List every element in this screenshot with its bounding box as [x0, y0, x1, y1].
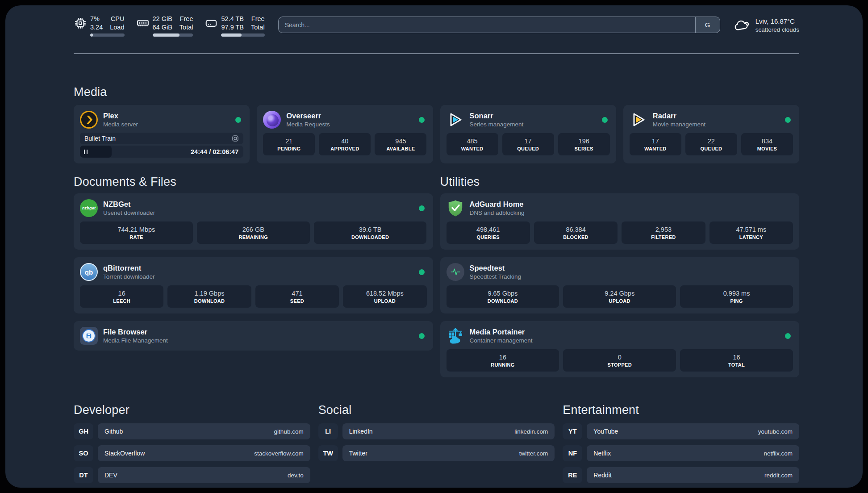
status-dot	[235, 117, 241, 123]
stat-box: 485WANTED	[447, 133, 498, 155]
cpu-usage-value: 7%	[90, 15, 103, 23]
qbittorrent-icon: qb	[80, 263, 98, 281]
service-subtitle: Movie management	[653, 121, 780, 128]
stat-box: 39.6 TBDOWNLOADED	[314, 221, 427, 244]
bookmark-url: twitter.com	[519, 450, 548, 457]
stat-box: 16TOTAL	[680, 349, 793, 372]
service-card-portainer[interactable]: Media Portainer Container management 16R…	[440, 321, 800, 377]
bookmark-row-reddit[interactable]: RE Redditreddit.com	[563, 467, 799, 483]
stat-box: 17WANTED	[630, 133, 681, 155]
stat-box: 471SEED	[255, 285, 339, 308]
portainer-icon	[447, 327, 464, 345]
search-provider-button[interactable]: G	[695, 17, 720, 33]
playback-progress-fill	[80, 146, 112, 158]
service-subtitle: Media Requests	[286, 121, 413, 128]
search-bar: G	[278, 17, 720, 33]
plex-icon	[80, 111, 98, 129]
header-divider	[74, 53, 799, 54]
status-dot	[602, 117, 608, 123]
bookmark-row-github[interactable]: GH Githubgithub.com	[74, 423, 310, 439]
radarr-icon	[630, 111, 647, 129]
stat-box: 498,461QUERIES	[447, 221, 530, 244]
service-card-speedtest[interactable]: Speedtest Speedtest Tracking 9.65 GbpsDO…	[440, 257, 800, 313]
bookmark-name: Github	[104, 428, 123, 435]
stat-box: 86,384BLOCKED	[534, 221, 618, 244]
memory-icon	[136, 17, 150, 30]
media-type-icon	[232, 135, 239, 142]
service-card-filebrowser[interactable]: File Browser Media File Management	[74, 321, 433, 351]
bookmark-abbr: YT	[563, 423, 582, 439]
resource-values: 7% 3.24	[90, 15, 103, 32]
stat-box: 17QUEUED	[502, 133, 554, 155]
bookmark-name: LinkedIn	[349, 428, 373, 435]
service-title: File Browser	[103, 328, 413, 337]
stat-box: 40APPROVED	[319, 133, 371, 155]
service-card-overseerr[interactable]: Overseerr Media Requests 21PENDING 40APP…	[257, 105, 433, 163]
stat-box: 0STOPPED	[563, 349, 676, 372]
service-title: Overseerr	[286, 112, 413, 121]
weather-condition: scattered clouds	[755, 26, 799, 33]
bookmark-abbr: NF	[563, 445, 582, 461]
service-subtitle: Series management	[470, 121, 597, 128]
resource-widget-memory: 22 GiB 64 GiB Free Total	[136, 15, 193, 37]
bookmark-row-linkedin[interactable]: LI LinkedInlinkedin.com	[318, 423, 555, 439]
service-subtitle: Media server	[103, 121, 230, 128]
stat-box: 9.24 GbpsUPLOAD	[563, 285, 676, 308]
disk-total-label: Total	[251, 23, 265, 32]
bookmark-row-dev[interactable]: DT DEVdev.to	[74, 467, 310, 483]
bookmark-row-stackoverflow[interactable]: SO StackOverflowstackoverflow.com	[74, 445, 310, 461]
bookmark-abbr: RE	[563, 467, 582, 483]
resource-values: 22 GiB 64 GiB	[153, 15, 172, 32]
stat-box: 22QUEUED	[685, 133, 737, 155]
resource-widget-cpu: 7% 3.24 CPU Load	[74, 15, 125, 37]
disk-progress-bar	[221, 33, 264, 37]
bookmark-name: StackOverflow	[104, 450, 145, 457]
service-card-qbittorrent[interactable]: qb qBittorrent Torrent downloader 16LEEC…	[74, 257, 433, 313]
disk-free-label: Free	[251, 15, 265, 23]
bookmark-row-youtube[interactable]: YT YouTubeyoutube.com	[563, 423, 799, 439]
cpu-load-value: 3.24	[90, 23, 103, 32]
bookmark-name: YouTube	[593, 428, 618, 435]
stat-box: 21PENDING	[263, 133, 315, 155]
speedtest-icon	[447, 263, 464, 281]
bookmark-url: reddit.com	[764, 472, 793, 479]
status-dot	[785, 117, 791, 123]
service-subtitle: Speedtest Tracking	[470, 273, 793, 280]
adguard-icon	[447, 199, 464, 217]
weather-widget: Lviv, 16.87°C scattered clouds	[733, 16, 799, 34]
stat-box: 834MOVIES	[741, 133, 793, 155]
service-card-radarr[interactable]: Radarr Movie management 17WANTED 22QUEUE…	[623, 105, 799, 163]
service-card-plex[interactable]: Plex Media server Bullet Train 24:44 / 0…	[74, 105, 250, 163]
bookmark-row-netflix[interactable]: NF Netflixnetflix.com	[563, 445, 799, 461]
cpu-load-label: Load	[110, 23, 124, 32]
cloud-icon	[733, 16, 751, 34]
resource-labels: Free Total	[251, 15, 265, 32]
service-card-sonarr[interactable]: Sonarr Series management 485WANTED 17QUE…	[440, 105, 616, 163]
search-input[interactable]	[279, 17, 695, 33]
service-title: NZBGet	[103, 200, 413, 209]
disk-total-value: 97.9 TB	[221, 23, 244, 32]
stat-box: 618.52 MbpsUPLOAD	[343, 285, 426, 308]
service-card-adguard[interactable]: AdGuard Home DNS and adblocking 498,461Q…	[440, 193, 800, 250]
memory-free-value: 22 GiB	[153, 15, 172, 23]
resource-widget-disk: 52.4 TB 97.9 TB Free Total	[204, 15, 264, 37]
bookmark-abbr: GH	[74, 423, 93, 439]
overseerr-icon	[263, 111, 281, 129]
service-subtitle: DNS and adblocking	[470, 209, 793, 216]
bookmark-url: youtube.com	[758, 428, 793, 435]
stat-box: 0.993 msPING	[680, 285, 793, 308]
bookmark-row-twitter[interactable]: TW Twittertwitter.com	[318, 445, 555, 461]
service-title: Sonarr	[470, 112, 597, 121]
cpu-progress-bar	[90, 33, 125, 37]
stat-box: 196SERIES	[558, 133, 610, 155]
memory-progress-bar	[153, 33, 193, 37]
now-playing-title: Bullet Train	[84, 135, 232, 142]
service-card-nzbget[interactable]: nzbget NZBGet Usenet downloader 744.21 M…	[74, 193, 433, 250]
bookmark-abbr: TW	[318, 445, 338, 461]
stat-box: 2,953FILTERED	[622, 221, 705, 244]
nzbget-icon: nzbget	[80, 199, 98, 217]
resource-labels: CPU Load	[110, 15, 124, 32]
filebrowser-icon	[80, 327, 98, 345]
memory-total-label: Total	[179, 23, 193, 32]
stat-box: 266 GBREMAINING	[197, 221, 310, 244]
